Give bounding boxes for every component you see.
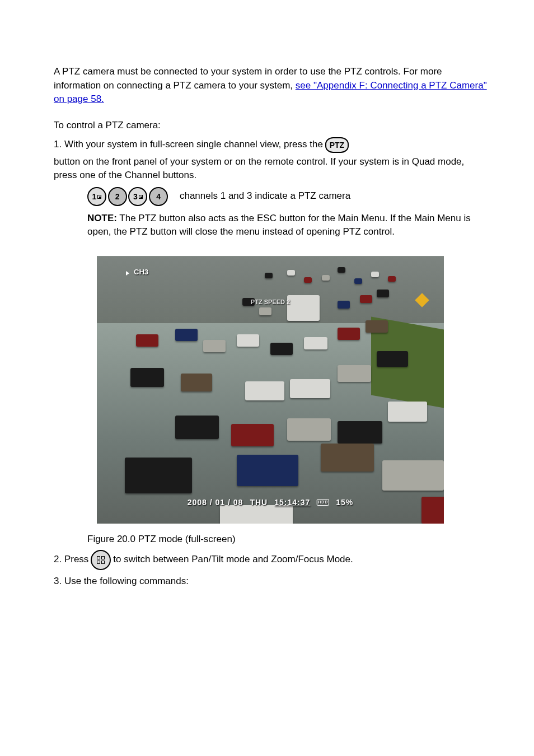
note-paragraph: NOTE: The PTZ button also acts as the ES… [54, 212, 487, 239]
speaker-icon [126, 270, 132, 276]
figure-caption: Figure 20.0 PTZ mode (full-screen) [54, 533, 487, 547]
osd-status-bar: 2008 / 01 / 08 THU 15:14:37 15% [188, 497, 354, 508]
to-control-heading: To control a PTZ camera: [54, 119, 487, 133]
step-1: 1. With your system in full-screen singl… [54, 137, 487, 183]
step-2: 2. Press to switch between Pan/Tilt mode… [54, 550, 487, 570]
osd-day: THU [250, 497, 268, 508]
ptz-indicator-icon [97, 195, 101, 199]
channel-2-button: 2 [108, 187, 127, 206]
ptz-screenshot: CH3 PTZ SPEED 2 2008 / 01 / 08 THU 15:14… [97, 256, 444, 524]
channel-buttons-row: 1 2 3 4 channels 1 and 3 indicate a PTZ … [54, 187, 487, 206]
channel-note: channels 1 and 3 indicate a PTZ camera [180, 190, 350, 201]
step1-post: button on the front panel of your system… [54, 155, 487, 183]
channel-3-button: 3 [128, 187, 147, 206]
appendix-link[interactable]: see "Appendix F: Connecting [296, 80, 421, 91]
ptz-indicator-icon [139, 195, 143, 199]
osd-time: 15:14:37 [274, 497, 310, 508]
quad-button-icon [91, 550, 111, 570]
osd-date: 2008 / 01 / 08 [188, 497, 243, 508]
note-label: NOTE: [87, 213, 117, 223]
hdd-icon [317, 499, 329, 506]
osd-percent: 15% [336, 497, 353, 508]
channel-4-button: 4 [149, 187, 168, 206]
step2-prefix: 2. Press [54, 553, 88, 567]
osd-channel: CH3 [126, 267, 148, 278]
step1-pre: 1. With your system in full-screen singl… [54, 138, 323, 152]
osd-ptz-speed: PTZ SPEED 2 [251, 298, 290, 307]
step2-suffix: to switch between Pan/Tilt mode and Zoom… [113, 553, 353, 567]
step-3: 3. Use the following commands: [54, 575, 487, 589]
ptz-button-icon: PTZ [325, 137, 349, 153]
channel-1-button: 1 [87, 187, 106, 206]
note-text: The PTZ button also acts as the ESC butt… [87, 213, 471, 237]
intro-paragraph: A PTZ camera must be connected to your s… [54, 65, 487, 106]
